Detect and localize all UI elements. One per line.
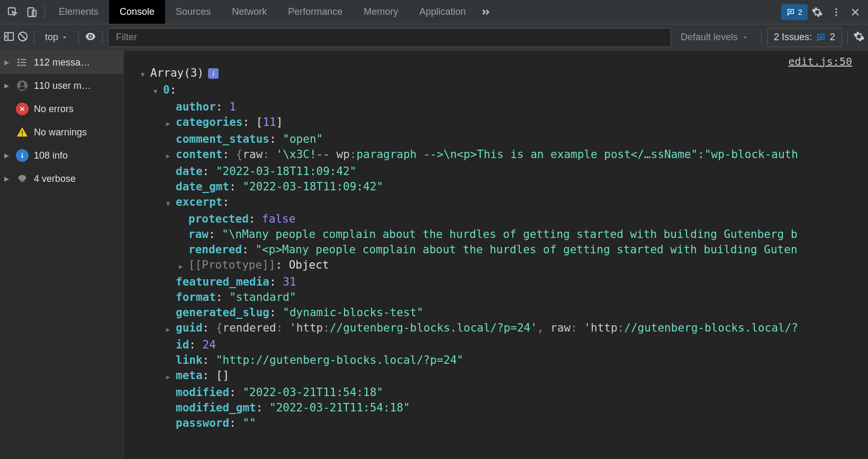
tree-row[interactable]: content: {raw: '\x3C!-- wp:paragraph -->… [128, 147, 868, 164]
disclosure-triangle-icon[interactable] [166, 322, 176, 337]
verbose-icon [16, 172, 29, 185]
issues-label: 2 Issues: [774, 32, 812, 43]
svg-rect-34 [23, 180, 24, 182]
info-icon [16, 149, 29, 162]
tree-row[interactable]: 0: [128, 82, 868, 99]
svg-point-5 [835, 8, 837, 10]
divider [34, 31, 34, 44]
tree-row[interactable]: modified_gmt: "2022-03-21T11:54:18" [128, 400, 868, 416]
tree-row[interactable]: featured_media: 31 [128, 274, 868, 290]
console-body: ▶112 messa…▶110 user m…▶No errors▶No war… [0, 51, 868, 459]
expand-triangle-icon[interactable]: ▶ [4, 59, 11, 66]
tree-row[interactable]: password: "" [128, 416, 868, 431]
source-link[interactable]: edit.js:50 [789, 55, 852, 68]
sidebar-item-label: 108 info [34, 150, 68, 161]
messages-badge-count: 2 [798, 7, 802, 16]
svg-rect-30 [22, 155, 23, 158]
chevron-down-icon [742, 34, 748, 41]
tab-performance[interactable]: Performance [277, 0, 353, 24]
info-badge-icon[interactable]: i [208, 68, 219, 79]
tree-row[interactable]: date: "2022-03-18T11:09:42" [128, 164, 868, 179]
divider [78, 31, 79, 44]
tree-row[interactable]: format: "standard" [128, 290, 868, 305]
console-settings-icon[interactable] [853, 31, 865, 44]
close-devtools-icon[interactable] [846, 3, 865, 22]
execution-context-select[interactable]: top [40, 32, 73, 43]
disclosure-triangle-icon[interactable] [166, 149, 176, 164]
toggle-sidebar-icon[interactable] [3, 31, 15, 44]
devtools-tabbar: ElementsConsoleSourcesNetworkPerformance… [0, 0, 868, 24]
tab-memory[interactable]: Memory [353, 0, 409, 24]
tree-row[interactable]: categories: [11] [128, 115, 868, 132]
issues-count: 2 [830, 32, 835, 43]
log-levels-select[interactable]: Default levels [673, 32, 756, 43]
svg-point-24 [20, 82, 24, 86]
array-root: Array(3) [150, 67, 204, 79]
svg-rect-2 [32, 10, 36, 16]
sidebar-item-warn[interactable]: ▶No warnings [0, 121, 123, 144]
tree-row[interactable]: meta: [] [128, 368, 868, 385]
log-levels-label: Default levels [681, 32, 738, 43]
divider [44, 5, 45, 19]
svg-point-14 [89, 35, 92, 38]
disclosure-triangle-icon[interactable] [166, 196, 176, 212]
expand-triangle-icon[interactable]: ▶ [4, 152, 11, 159]
console-sidebar: ▶112 messa…▶110 user m…▶No errors▶No war… [0, 51, 124, 459]
issues-button[interactable]: 2 Issues: 2 [767, 28, 842, 47]
sidebar-item-label: No warnings [34, 127, 87, 138]
sidebar-item-verbose[interactable]: ▶4 verbose [0, 167, 123, 190]
tree-row[interactable]: guid: {rendered: 'http://gutenberg-block… [128, 320, 868, 337]
disclosure-triangle-icon[interactable] [153, 84, 163, 99]
filter-input[interactable] [108, 28, 671, 47]
live-expression-icon[interactable] [84, 30, 97, 44]
user-icon [16, 79, 29, 92]
toggle-device-icon[interactable] [22, 3, 41, 22]
svg-point-20 [18, 59, 19, 60]
tree-row[interactable]: [[Prototype]]: Object [128, 258, 868, 274]
overflow-tabs-icon[interactable] [476, 3, 495, 22]
tree-row[interactable]: modified: "2022-03-21T11:54:18" [128, 385, 868, 400]
tree-row[interactable]: author: 1 [128, 99, 868, 115]
sidebar-item-label: 110 user m… [34, 80, 91, 91]
svg-line-13 [20, 34, 26, 40]
svg-rect-28 [22, 135, 23, 136]
expand-triangle-icon[interactable]: ▶ [4, 82, 11, 89]
svg-rect-1 [28, 7, 34, 16]
sidebar-item-error[interactable]: ▶No errors [0, 97, 123, 121]
tree-row[interactable]: protected: false [128, 212, 868, 227]
sidebar-item-user[interactable]: ▶110 user m… [0, 74, 123, 97]
chevron-down-icon [61, 34, 68, 41]
tree-row[interactable]: Array(3)i [128, 66, 868, 82]
disclosure-triangle-icon[interactable] [141, 67, 150, 82]
sidebar-item-info[interactable]: ▶108 info [0, 144, 123, 167]
tab-network[interactable]: Network [221, 0, 277, 24]
disclosure-triangle-icon[interactable] [166, 116, 176, 132]
svg-point-21 [18, 62, 19, 63]
tree-row[interactable]: link: "http://gutenberg-blocks.local/?p=… [128, 353, 868, 368]
tree-row[interactable]: rendered: "<p>Many people complain about… [128, 242, 868, 258]
tab-console[interactable]: Console [109, 0, 165, 24]
tab-application[interactable]: Application [409, 0, 476, 24]
disclosure-triangle-icon[interactable] [179, 259, 188, 274]
tree-row[interactable]: id: 24 [128, 337, 868, 353]
sidebar-item-list[interactable]: ▶112 messa… [0, 51, 123, 74]
tab-sources[interactable]: Sources [165, 0, 221, 24]
sidebar-item-label: 112 messa… [34, 57, 90, 68]
object-tree: Array(3)i0:author: 1categories: [11]comm… [124, 56, 868, 431]
tree-row[interactable]: generated_slug: "dynamic-blocks-test" [128, 305, 868, 320]
divider [102, 31, 103, 44]
clear-console-icon[interactable] [17, 31, 29, 44]
expand-triangle-icon[interactable]: ▶ [4, 175, 11, 182]
kebab-menu-icon[interactable] [827, 3, 846, 22]
settings-icon[interactable] [808, 3, 827, 22]
tab-elements[interactable]: Elements [48, 0, 109, 24]
messages-badge[interactable]: 2 [781, 4, 808, 20]
svg-rect-33 [22, 180, 23, 182]
inspect-element-icon[interactable] [3, 3, 22, 22]
disclosure-triangle-icon[interactable] [166, 370, 176, 385]
svg-rect-32 [20, 180, 21, 182]
tree-row[interactable]: date_gmt: "2022-03-18T11:09:42" [128, 179, 868, 195]
tree-row[interactable]: comment_status: "open" [128, 132, 868, 147]
tree-row[interactable]: raw: "\nMany people complain about the h… [128, 227, 868, 242]
tree-row[interactable]: excerpt: [128, 195, 868, 212]
